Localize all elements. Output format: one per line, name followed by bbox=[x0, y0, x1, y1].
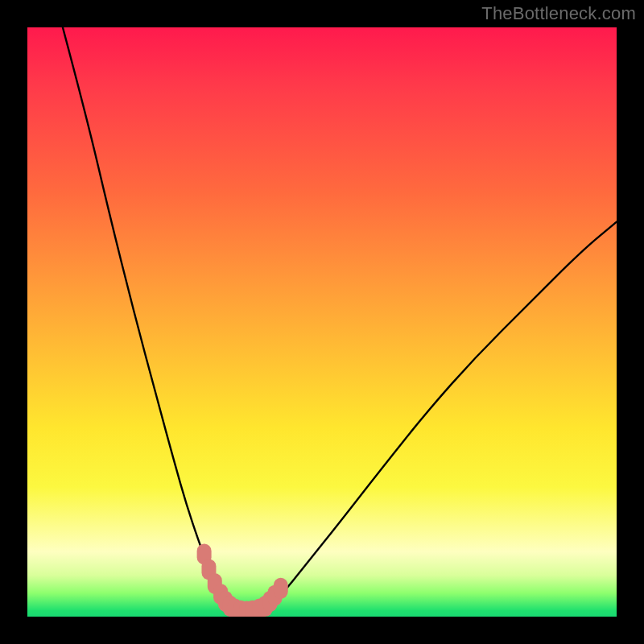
watermark-text: TheBottleneck.com bbox=[481, 3, 636, 24]
curve-svg bbox=[27, 27, 617, 617]
marker bbox=[274, 578, 288, 599]
marker-group bbox=[197, 543, 288, 617]
chart-frame: TheBottleneck.com bbox=[0, 0, 644, 644]
bottleneck-curve bbox=[63, 27, 617, 612]
plot-area bbox=[27, 27, 617, 617]
